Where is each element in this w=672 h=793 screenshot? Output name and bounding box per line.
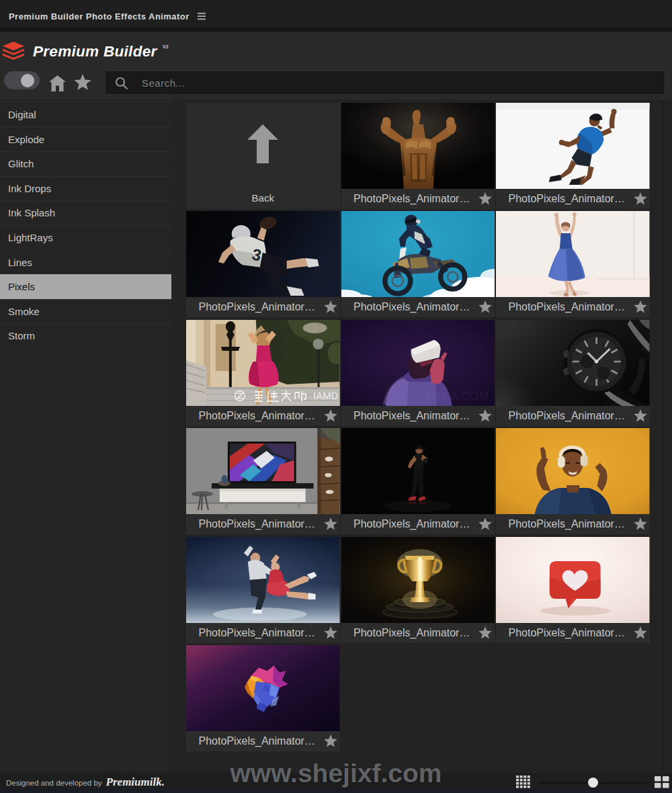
svg-text:IAMD: IAMD bbox=[313, 390, 339, 401]
